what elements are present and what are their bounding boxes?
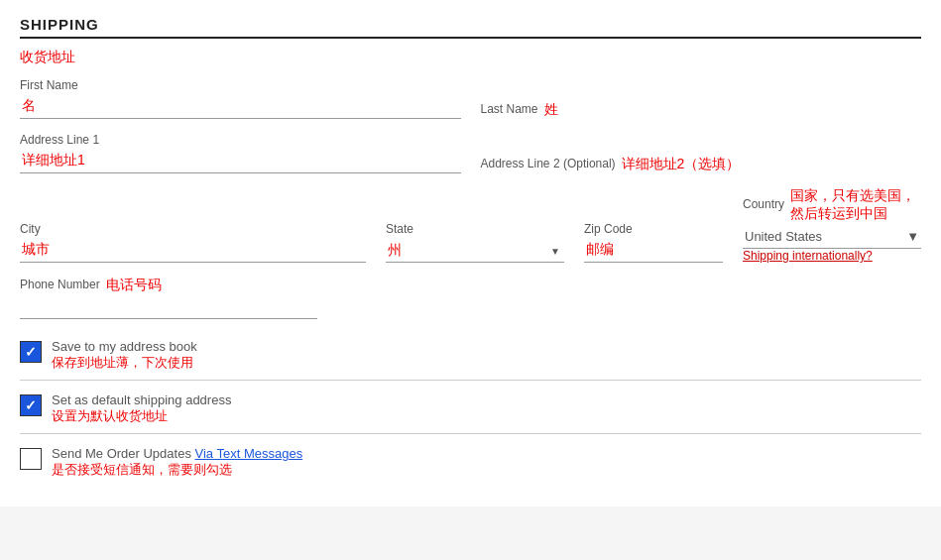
- city-label: City: [20, 222, 366, 236]
- save-address-annotation: 保存到地址薄，下次使用: [52, 354, 197, 372]
- header-divider: [20, 37, 921, 39]
- section-title: SHIPPING: [20, 16, 921, 33]
- state-group: State 州: [386, 222, 564, 263]
- shipping-internationally-link[interactable]: Shipping internationally?: [743, 249, 921, 263]
- country-display: United States ▼: [743, 225, 921, 249]
- save-address-checkbox[interactable]: ✓: [20, 341, 42, 363]
- checkmark2-icon: ✓: [25, 397, 37, 413]
- name-row: First Name Last Name 姓: [20, 78, 921, 119]
- country-annotation: 国家，只有选美国，然后转运到中国: [790, 187, 921, 223]
- default-address-annotation: 设置为默认收货地址: [52, 407, 231, 425]
- city-input[interactable]: [20, 238, 366, 263]
- country-label: Country: [743, 197, 784, 211]
- default-address-label: Set as default shipping address: [52, 392, 231, 407]
- first-name-group: First Name: [20, 78, 461, 119]
- first-name-label: First Name: [20, 78, 461, 92]
- sms-row: Send Me Order Updates Via Text Messages …: [20, 446, 921, 479]
- last-name-label: Last Name: [481, 102, 538, 116]
- address1-input[interactable]: [20, 149, 461, 173]
- address1-group: Address Line 1: [20, 133, 461, 173]
- default-address-checkbox[interactable]: ✓: [20, 394, 42, 416]
- sms-label-group: Send Me Order Updates Via Text Messages …: [52, 446, 302, 479]
- city-state-row: City State 州 Zip Code Country 国家，只有选美国，然…: [20, 187, 921, 263]
- state-label: State: [386, 222, 564, 236]
- state-select[interactable]: 州: [386, 238, 564, 263]
- shipping-form: SHIPPING 收货地址 First Name Last Name 姓 Add…: [0, 0, 941, 506]
- dropdown-arrow-icon: ▼: [906, 229, 919, 244]
- last-name-group: Last Name 姓: [481, 101, 922, 119]
- address2-label: Address Line 2 (Optional): [481, 157, 616, 170]
- save-address-label: Save to my address book: [52, 339, 197, 354]
- sms-checkbox[interactable]: [20, 448, 42, 470]
- sms-label: Send Me Order Updates Via Text Messages: [52, 446, 302, 461]
- checkmark-icon: ✓: [25, 344, 37, 360]
- address2-annotation: 详细地址2（选填）: [622, 156, 741, 173]
- phone-label: Phone Number: [20, 278, 100, 291]
- zip-input[interactable]: [584, 238, 723, 263]
- sms-label-part1: Send Me Order Updates: [52, 446, 195, 461]
- city-group: City: [20, 222, 366, 263]
- country-value: United States: [745, 229, 822, 244]
- state-select-wrapper: 州: [386, 238, 564, 263]
- checkbox-divider-1: [20, 380, 921, 381]
- checkbox-divider-2: [20, 433, 921, 434]
- address1-label: Address Line 1: [20, 133, 461, 147]
- phone-row: Phone Number 电话号码: [20, 277, 921, 319]
- first-name-input[interactable]: [20, 94, 461, 119]
- save-address-row: ✓ Save to my address book 保存到地址薄，下次使用: [20, 339, 921, 372]
- phone-input[interactable]: [20, 294, 317, 319]
- default-address-label-group: Set as default shipping address 设置为默认收货地…: [52, 392, 231, 425]
- phone-annotation: 电话号码: [106, 277, 162, 294]
- default-address-row: ✓ Set as default shipping address 设置为默认收…: [20, 392, 921, 425]
- sms-label-link[interactable]: Via Text Messages: [195, 446, 303, 461]
- sms-annotation: 是否接受短信通知，需要则勾选: [52, 461, 302, 479]
- last-name-annotation: 姓: [544, 101, 558, 119]
- country-group: Country 国家，只有选美国，然后转运到中国 United States ▼…: [743, 187, 921, 263]
- address-row: Address Line 1 Address Line 2 (Optional)…: [20, 133, 921, 173]
- zip-label: Zip Code: [584, 222, 723, 236]
- address2-group: Address Line 2 (Optional) 详细地址2（选填）: [481, 156, 922, 173]
- checkbox-section: ✓ Save to my address book 保存到地址薄，下次使用 ✓ …: [20, 339, 921, 479]
- zip-group: Zip Code: [584, 222, 723, 263]
- phone-group: Phone Number 电话号码: [20, 277, 317, 319]
- address-subtitle: 收货地址: [20, 49, 921, 66]
- save-address-label-group: Save to my address book 保存到地址薄，下次使用: [52, 339, 197, 372]
